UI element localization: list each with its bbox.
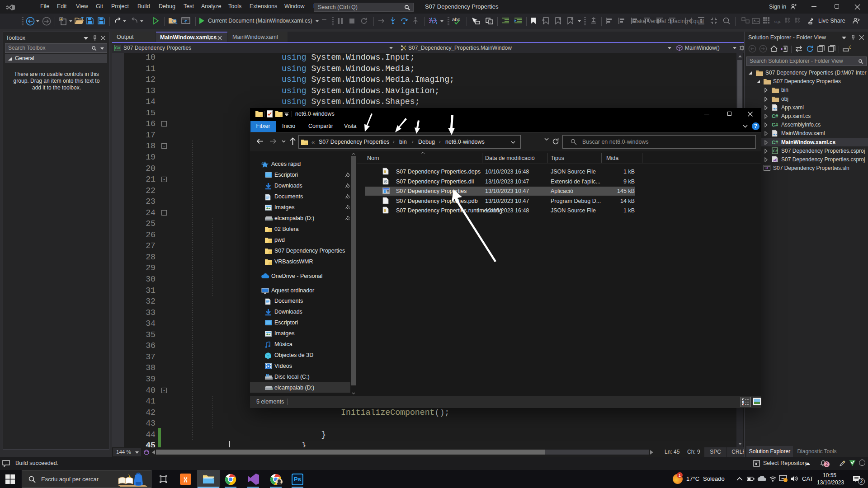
svg-text:0: 0 [384,170,386,174]
svg-text:0: 0 [384,209,386,213]
svg-text:C#: C# [773,149,778,153]
svg-text:abc: abc [452,17,460,22]
